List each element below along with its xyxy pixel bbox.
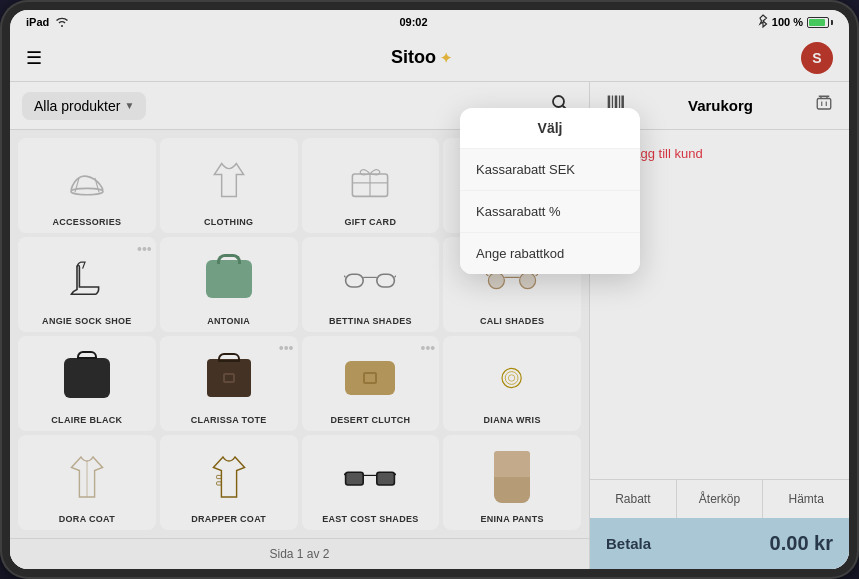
cart-delete-button[interactable] [815, 94, 833, 117]
product-footer: Sida 1 av 2 [10, 538, 589, 569]
product-name-eninapants: ENINA PANTS [480, 514, 543, 524]
ipad-screen: iPad 09:02 100 % ☰ Sitoo [10, 10, 849, 569]
product-name-clarissatote: CLARISSA TOTE [191, 415, 267, 425]
product-card-desertclutch[interactable]: ••• DESERT CLUTCH [302, 336, 440, 431]
category-selector[interactable]: Alla produkter ▼ [22, 92, 146, 120]
status-left: iPad [26, 16, 69, 29]
product-image-antonia [164, 245, 294, 312]
product-name-angiesockshoe: ANGIE SOCK SHOE [42, 316, 132, 326]
product-name-clothing: CLOTHING [204, 217, 253, 227]
main-content: Alla produkter ▼ [10, 82, 849, 569]
battery-icon [807, 17, 833, 28]
svg-point-14 [520, 272, 536, 288]
logo-text: Sitoo [391, 47, 436, 68]
time-label: 09:02 [399, 16, 427, 28]
svg-rect-9 [377, 274, 395, 287]
cart-action-hamta[interactable]: Hämta [763, 480, 849, 518]
product-card-eninapants[interactable]: ENINA PANTS [443, 435, 581, 530]
product-name-calishades: CALI SHADES [480, 316, 544, 326]
product-image-giftcard [306, 146, 436, 213]
product-image-doracoat [22, 443, 152, 510]
product-image-angiesockshoe [22, 245, 152, 312]
product-name-eastcostshades: EAST COST SHADES [322, 514, 418, 524]
product-name-doracoat: DORA COAT [59, 514, 115, 524]
product-name-dianawris: DIANA WRIS [484, 415, 541, 425]
svg-point-13 [489, 272, 505, 288]
product-name-claireblack: CLAIRE BLACK [51, 415, 122, 425]
product-name-antonia: ANTONIA [207, 316, 250, 326]
pay-button[interactable]: Betala 0.00 kr [590, 518, 849, 569]
carrier-label: iPad [26, 16, 49, 28]
product-card-doracoat[interactable]: DORA COAT [18, 435, 156, 530]
pay-amount: 0.00 kr [770, 532, 833, 555]
pay-label: Betala [606, 535, 651, 552]
logo-star-icon: ✦ [440, 50, 452, 66]
product-image-desertclutch [306, 344, 436, 411]
cart-action-rabatt[interactable]: Rabatt [590, 480, 677, 518]
svg-point-20 [509, 374, 515, 380]
svg-line-4 [95, 178, 99, 192]
app-logo: Sitoo ✦ [391, 47, 452, 68]
product-card-dianawris[interactable]: DIANA WRIS [443, 336, 581, 431]
dropdown-item-kassarabatt-pct[interactable]: Kassarabatt % [460, 191, 640, 233]
product-card-clarissatote[interactable]: ••• CLARISSA TOTE [160, 336, 298, 431]
product-image-eastcostshades [306, 443, 436, 510]
status-right: 100 % [758, 14, 833, 30]
product-image-bettinashades [306, 245, 436, 312]
chevron-down-icon: ▼ [124, 100, 134, 111]
product-card-antonia[interactable]: ANTONIA [160, 237, 298, 332]
svg-rect-24 [346, 472, 364, 485]
dropdown-title: Välj [460, 108, 640, 149]
bluetooth-icon [758, 14, 768, 30]
avatar: S [801, 42, 833, 74]
ipad-frame: iPad 09:02 100 % ☰ Sitoo [0, 0, 859, 579]
svg-rect-25 [377, 472, 395, 485]
product-image-dianawris [447, 344, 577, 411]
product-name-accessories: ACCESSORIES [52, 217, 121, 227]
product-card-giftcard[interactable]: GIFT CARD [302, 138, 440, 233]
svg-line-12 [395, 274, 397, 277]
svg-point-0 [553, 96, 564, 107]
svg-rect-8 [346, 274, 364, 287]
cart-action-aterkoep[interactable]: Återköp [677, 480, 764, 518]
app-header: ☰ Sitoo ✦ S [10, 34, 849, 82]
product-card-angiesockshoe[interactable]: ••• ANGIE SOCK SHOE [18, 237, 156, 332]
cart-title: Varukorg [688, 97, 753, 114]
svg-rect-34 [817, 99, 831, 110]
svg-rect-23 [216, 481, 221, 484]
pagination-text: Sida 1 av 2 [269, 547, 329, 561]
more-icon-clarissa[interactable]: ••• [279, 340, 294, 356]
dropdown-item-ange-rabattkod[interactable]: Ange rabattkod [460, 233, 640, 274]
product-card-clothing[interactable]: CLOTHING [160, 138, 298, 233]
product-card-eastcostshades[interactable]: EAST COST SHADES [302, 435, 440, 530]
product-image-eninapants [447, 443, 577, 510]
product-name-drappercoat: DRAPPER COAT [191, 514, 266, 524]
wifi-icon [55, 16, 69, 29]
status-bar: iPad 09:02 100 % [10, 10, 849, 34]
more-icon-desert[interactable]: ••• [421, 340, 436, 356]
more-icon-angie[interactable]: ••• [137, 241, 152, 257]
product-name-giftcard: GIFT CARD [345, 217, 397, 227]
category-label: Alla produkter [34, 98, 120, 114]
product-name-desertclutch: DESERT CLUTCH [330, 415, 410, 425]
svg-line-11 [344, 274, 346, 277]
product-card-accessories[interactable]: ACCESSORIES [18, 138, 156, 233]
product-card-claireblack[interactable]: CLAIRE BLACK [18, 336, 156, 431]
svg-point-19 [505, 371, 518, 384]
product-card-bettinashades[interactable]: BETTINA SHADES [302, 237, 440, 332]
svg-rect-22 [216, 475, 221, 478]
product-image-clothing [164, 146, 294, 213]
battery-label: 100 % [772, 16, 803, 28]
dropdown-popup: Välj Kassarabatt SEK Kassarabatt % Ange … [460, 108, 640, 274]
hamburger-icon[interactable]: ☰ [26, 47, 42, 69]
product-name-bettinashades: BETTINA SHADES [329, 316, 412, 326]
product-image-accessories [22, 146, 152, 213]
cart-actions: Rabatt Återköp Hämta [590, 480, 849, 518]
product-image-claireblack [22, 344, 152, 411]
product-image-drappercoat [164, 443, 294, 510]
dropdown-item-kassarabatt-sek[interactable]: Kassarabatt SEK [460, 149, 640, 191]
product-card-drappercoat[interactable]: DRAPPER COAT [160, 435, 298, 530]
product-image-clarissatote [164, 344, 294, 411]
cart-footer: Rabatt Återköp Hämta Betala 0.00 kr [590, 479, 849, 569]
